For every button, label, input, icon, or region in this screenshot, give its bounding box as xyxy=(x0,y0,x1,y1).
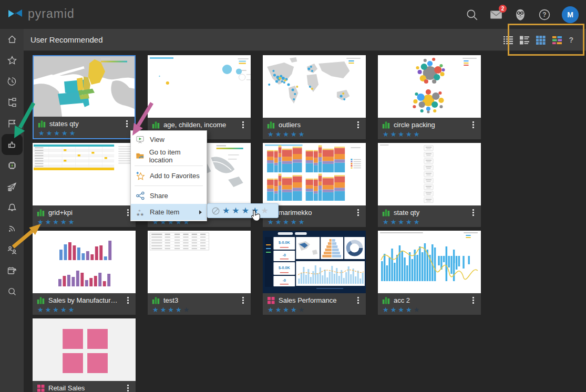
mail-icon[interactable]: 2 xyxy=(489,8,503,22)
rating-star: ★ xyxy=(37,306,45,314)
sidebar-item-recent[interactable] xyxy=(0,71,24,92)
rating-star: ★ xyxy=(37,218,45,226)
grid-view-icon[interactable] xyxy=(536,35,546,45)
tile-card[interactable]: outliers ★★★★★ xyxy=(263,55,366,139)
tile-footer: circle packing ★★★★★ xyxy=(378,118,481,139)
menu-label: Rate Item xyxy=(150,208,179,216)
rating-star: ★ xyxy=(291,218,299,226)
list-view-icon[interactable] xyxy=(503,35,513,45)
svg-text:$-0.0K: $-0.0K xyxy=(279,266,290,270)
rating-star: ★ xyxy=(69,129,77,137)
rate-star[interactable]: ★ xyxy=(232,207,239,215)
tile-thumbnail xyxy=(378,55,481,118)
sidebar-item-recommended[interactable] xyxy=(0,134,24,155)
rating-star: ★ xyxy=(268,306,275,314)
menu-item-go-to-location[interactable]: Go to item location xyxy=(131,148,207,164)
tile-card[interactable]: age, childen, income ★★★★★ xyxy=(148,55,251,139)
sidebar-item-shared[interactable] xyxy=(0,239,24,260)
no-rating-icon[interactable] xyxy=(211,207,220,215)
tile-footer: Retail Sales xyxy=(33,381,136,392)
svg-text:-0: -0 xyxy=(283,253,286,257)
tile-card[interactable]: grid+kpi ★★★★★ xyxy=(33,143,136,227)
chart-type-icon xyxy=(37,209,45,216)
tile-card[interactable]: test3 ★★★★★ xyxy=(148,231,251,315)
sidebar-item-notifications[interactable] xyxy=(0,197,24,218)
sidebar-item-flagged[interactable] xyxy=(0,113,24,134)
tile-card[interactable]: circle packing ★★★★★ xyxy=(378,55,481,139)
sidebar-item-scheduled[interactable] xyxy=(0,260,24,281)
tile-rating: ★★★★★ xyxy=(38,129,130,138)
tile-name: marimekko xyxy=(279,209,351,216)
tile-menu-button[interactable] xyxy=(124,384,131,392)
rate-icon: ★★ ★ xyxy=(136,208,145,216)
chart-type-icon xyxy=(382,209,390,216)
chart-type-icon xyxy=(152,296,160,304)
tile-footer: test3 ★★★★★ xyxy=(148,293,251,314)
rate-star[interactable]: ★ xyxy=(251,207,259,215)
tile-card[interactable]: acc 2 ★★★★★ xyxy=(378,231,481,315)
tile-rating: ★★★★★ xyxy=(152,306,246,314)
sidebar-item-publish[interactable] xyxy=(0,176,24,197)
tile-menu-button[interactable] xyxy=(469,120,477,129)
tile-menu-button[interactable] xyxy=(354,208,362,216)
flagged-icon xyxy=(6,118,18,129)
tile-thumbnail xyxy=(34,56,135,117)
tile-card[interactable]: Retail Sales xyxy=(33,318,136,392)
rating-star: ★ xyxy=(291,306,299,314)
sidebar-item-hierarchy[interactable] xyxy=(0,92,24,113)
sidebar-item-home[interactable] xyxy=(0,29,24,50)
page-title: User Recommended xyxy=(30,35,103,44)
rate-star[interactable]: ★ xyxy=(261,207,268,215)
menu-item-share[interactable]: Share xyxy=(131,188,207,204)
tile-menu-button[interactable] xyxy=(354,296,362,304)
search-icon[interactable] xyxy=(465,8,479,22)
tile-menu-button[interactable] xyxy=(123,119,130,128)
rating-star: ★ xyxy=(168,306,176,314)
rate-submenu: ★★★★★ xyxy=(207,203,279,218)
rating-star: ★ xyxy=(275,218,283,226)
assistant-owl-icon[interactable] xyxy=(513,8,527,22)
sidebar-item-subscriptions[interactable] xyxy=(0,218,24,239)
tile-name: Sales Performance xyxy=(279,296,351,304)
tile-rating: ★★★★★ xyxy=(382,130,477,139)
tile-menu-button[interactable] xyxy=(239,296,246,304)
rating-star: ★ xyxy=(275,306,283,314)
rate-star[interactable]: ★ xyxy=(242,207,249,215)
sidebar-item-smart-engine[interactable] xyxy=(0,155,24,176)
menu-item-view[interactable]: View xyxy=(131,131,207,148)
tile-name: Retail Sales xyxy=(48,384,120,392)
rating-star: ★ xyxy=(283,130,291,138)
rating-star: ★ xyxy=(398,218,406,226)
menu-separator xyxy=(135,185,203,186)
chart-type-icon xyxy=(37,296,45,304)
tile-rating: ★★★★★ xyxy=(37,306,131,314)
rating-star: ★ xyxy=(68,218,76,226)
tile-thumbnail xyxy=(33,143,136,205)
tile-menu-button[interactable] xyxy=(469,296,477,304)
avatar[interactable]: M xyxy=(562,6,579,23)
view-help-icon[interactable]: ? xyxy=(569,36,573,44)
home-icon xyxy=(6,34,18,45)
menu-item-add-to-favorites[interactable]: Add to Favorites xyxy=(131,168,207,184)
tile-card[interactable]: state qty ★★★★★ xyxy=(378,143,481,227)
tile-footer: outliers ★★★★★ xyxy=(263,118,366,139)
svg-text:-0: -0 xyxy=(283,278,286,282)
tile-menu-button[interactable] xyxy=(124,296,131,304)
sidebar-item-search[interactable] xyxy=(0,281,24,302)
menu-item-rate-item[interactable]: ★★ ★ Rate Item xyxy=(131,204,207,220)
tiles-view-icon[interactable] xyxy=(552,35,562,45)
sidebar-item-favorites[interactable] xyxy=(0,50,24,71)
rating-star: ★ xyxy=(383,218,390,226)
tile-card[interactable]: Sales by Manufacturer a... ★★★★★ xyxy=(33,231,136,315)
tile-card[interactable]: states qty ★★★★★ xyxy=(33,55,136,139)
help-icon[interactable]: ? xyxy=(538,8,551,22)
tile-menu-button[interactable] xyxy=(239,120,246,129)
tile-thumbnail: $-0.0K -0 $-0.0K -0 xyxy=(263,231,366,293)
rating-star: ★ xyxy=(176,306,183,314)
details-view-icon[interactable] xyxy=(520,35,529,45)
rating-star: ★ xyxy=(291,130,299,138)
tile-card[interactable]: $-0.0K -0 $-0.0K -0 Sales Performan xyxy=(263,231,366,315)
tile-menu-button[interactable] xyxy=(354,120,362,129)
tile-menu-button[interactable] xyxy=(469,208,477,216)
rate-star[interactable]: ★ xyxy=(222,207,230,215)
